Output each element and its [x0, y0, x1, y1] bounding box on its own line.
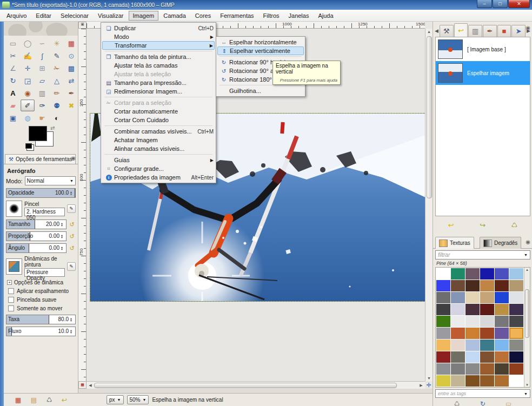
texture-swatch[interactable]	[509, 375, 523, 387]
texture-swatch[interactable]	[451, 316, 465, 327]
texture-swatch[interactable]	[436, 351, 450, 363]
paint-mode-select[interactable]: Normal▼	[25, 176, 76, 185]
texture-swatch[interactable]	[436, 268, 450, 279]
texture-swatch[interactable]	[451, 363, 465, 375]
texture-swatch[interactable]	[495, 351, 509, 363]
texture-swatch[interactable]	[509, 280, 523, 291]
scroll-down-icon[interactable]: ▼	[524, 383, 530, 387]
dock-scroll-left-icon[interactable]: ◀	[434, 28, 439, 37]
menubar-item-janelas[interactable]: Janelas	[284, 11, 314, 21]
scroll-down-icon[interactable]: ▼	[425, 376, 433, 380]
dynamics-select-edit-icon[interactable]: ✎	[67, 262, 76, 271]
imagem-menu-item-duplicar[interactable]: ❏DuplicarCtrl+D	[102, 24, 215, 32]
tab-textures[interactable]: Texturas	[435, 237, 474, 249]
flip-tool[interactable]: ⇄	[64, 75, 78, 86]
texture-scrollbar[interactable]: ▲ ▼	[524, 268, 530, 387]
dynamics-select-input[interactable]: Pressure Opacity	[24, 268, 65, 277]
imagem-menu-item-configurar-grade[interactable]: ⌗Configurar grade...	[102, 164, 215, 173]
texture-swatch[interactable]	[480, 304, 494, 315]
texture-swatch[interactable]	[436, 328, 450, 339]
horizontal-scrollbar[interactable]: ◀ ▶	[87, 381, 425, 389]
dock-configure-icon[interactable]: ◉	[526, 25, 530, 31]
texture-swatch[interactable]	[451, 351, 465, 363]
bucket-fill-tool[interactable]: ◉	[21, 87, 35, 99]
quickmask-toggle[interactable]: ▦	[78, 381, 87, 389]
texture-swatch[interactable]	[495, 268, 509, 279]
transformar-item-espelhar-horizontalmente[interactable]: ⇔Espelhar horizontalmente	[217, 38, 304, 46]
texture-swatch[interactable]	[436, 340, 450, 351]
checkbox-1[interactable]	[8, 297, 14, 303]
texture-swatch[interactable]	[436, 280, 450, 291]
aspect-ratio-slider[interactable]: Proporção0.00▲▼	[6, 231, 66, 241]
perspective-tool[interactable]: △	[50, 75, 64, 86]
texture-swatch[interactable]	[480, 351, 494, 363]
spinner-icon[interactable]: ▲▼	[61, 220, 65, 229]
texture-swatch[interactable]	[480, 292, 494, 303]
texture-swatch[interactable]	[466, 340, 480, 351]
texture-swatch[interactable]	[466, 375, 480, 387]
brush-select-preview[interactable]	[6, 201, 22, 217]
cage-transform-tool[interactable]: ▩	[64, 62, 78, 74]
undo-entry[interactable]: Espelhar imagem	[436, 61, 530, 85]
tab-undo-history[interactable]: ↩	[454, 23, 468, 37]
rect-select-tool[interactable]: ▭	[6, 37, 20, 49]
texture-swatch[interactable]	[509, 351, 523, 363]
menubar-item-cores[interactable]: Cores	[191, 11, 215, 21]
select-by-color-tool[interactable]: ▦	[64, 37, 78, 49]
navigation-button[interactable]: ✛	[425, 381, 433, 389]
close-button[interactable]: ✕	[508, 0, 530, 8]
texture-swatch[interactable]	[436, 375, 450, 387]
texture-swatch[interactable]	[509, 363, 523, 375]
spinner-icon[interactable]: ▲▼	[70, 327, 75, 336]
ink-tool[interactable]: ✑	[35, 99, 49, 111]
minimize-button[interactable]: –	[477, 0, 492, 8]
size-slider[interactable]: Tamanho20.00▲▼	[6, 219, 66, 229]
menubar-item-ajuda[interactable]: Ajuda	[314, 11, 337, 21]
default-colors-icon[interactable]	[25, 143, 32, 149]
scroll-up-icon[interactable]: ▲	[524, 268, 530, 271]
open-texture-folder-icon[interactable]: ▭	[506, 400, 511, 406]
menubar-item-imagem[interactable]: Imagem	[129, 11, 159, 21]
texture-configure-icon[interactable]: ◉	[526, 239, 530, 245]
texture-swatch[interactable]	[436, 363, 450, 375]
imagem-menu-item-ajustar-tela-s-camadas[interactable]: Ajustar tela às camadas	[102, 61, 215, 70]
heal-tool[interactable]: ✖	[64, 99, 78, 111]
menubar-item-filtros[interactable]: Filtros	[259, 11, 284, 21]
transformar-item-espelhar-verticalmente[interactable]: ⇕Espelhar verticalmente	[217, 46, 304, 55]
blur-sharpen-tool[interactable]: ◍	[21, 112, 35, 124]
imagem-menu-item-cortar-automaticamente[interactable]: Cortar automaticamente	[102, 107, 215, 116]
texture-swatch[interactable]	[451, 292, 465, 303]
vertical-scrollbar[interactable]: ▲ ▼	[425, 29, 433, 381]
clone-tool[interactable]: ⚉	[50, 99, 64, 111]
texture-swatch[interactable]	[466, 363, 480, 375]
scale-tool[interactable]: ◲	[21, 75, 35, 86]
imagem-menu-item-combinar-camadas-vis-veis[interactable]: Combinar camadas visíveis...Ctrl+M	[102, 127, 215, 136]
tab-gradients[interactable]: Degradês	[480, 237, 521, 249]
blend-tool[interactable]: ▥	[35, 87, 49, 99]
scroll-left-icon[interactable]: ◀	[88, 383, 92, 388]
scissors-select-tool[interactable]: ✂	[6, 50, 20, 62]
texture-swatch[interactable]	[495, 292, 509, 303]
measure-tool[interactable]: ∠	[6, 62, 20, 74]
tab-tool-options[interactable]: ⚒	[440, 25, 454, 37]
texture-swatch[interactable]	[466, 304, 480, 315]
imagem-menu-item-alinhar-camadas-vis-veis[interactable]: Alinhar camadas visíveis...	[102, 144, 215, 153]
texture-swatch[interactable]	[509, 328, 523, 339]
menubar-item-camada[interactable]: Camada	[159, 11, 190, 21]
eraser-tool[interactable]: ▰	[6, 99, 20, 111]
texture-swatch[interactable]	[495, 328, 509, 339]
swap-colors-icon[interactable]: ⇄	[50, 125, 55, 131]
foreground-color-swatch[interactable]	[29, 126, 47, 141]
spinner-icon[interactable]: ▲▼	[61, 244, 65, 252]
reset-icon[interactable]: ↺	[68, 221, 76, 228]
spinner-icon[interactable]: ▲▼	[70, 189, 75, 197]
dodge-burn-tool[interactable]: ◐	[50, 112, 64, 124]
texture-swatch[interactable]	[509, 268, 523, 279]
reset-icon[interactable]: ↺	[68, 245, 76, 252]
texture-swatch[interactable]	[451, 340, 465, 351]
checkbox-0[interactable]	[8, 288, 14, 294]
texture-swatch[interactable]	[509, 316, 523, 327]
texture-swatch[interactable]	[436, 292, 450, 303]
texture-swatch[interactable]	[466, 280, 480, 291]
texture-swatch[interactable]	[480, 268, 494, 279]
